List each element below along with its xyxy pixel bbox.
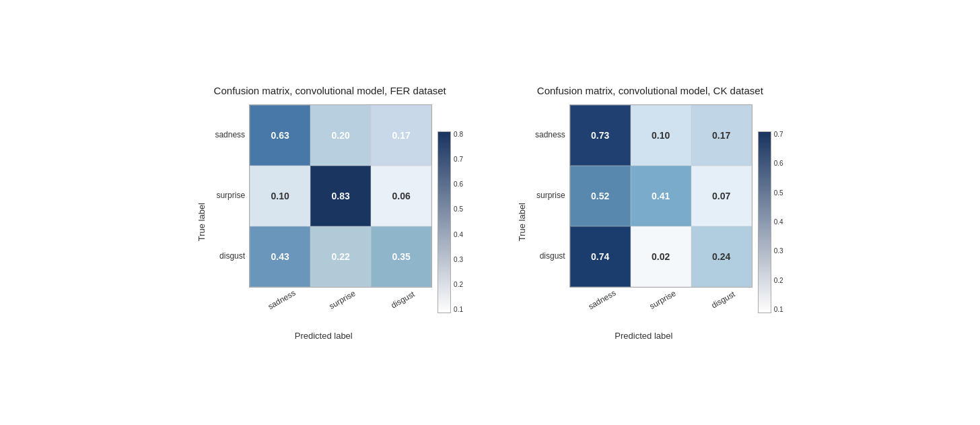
chart1-matrix-section: sadness surprise disgust 0.630.200.170.1… xyxy=(215,104,432,341)
colorbar-tick: 0.6 xyxy=(454,181,463,188)
chart1-row-label-2: disgust xyxy=(215,251,245,261)
chart1-row-labels: sadness surprise disgust xyxy=(215,104,245,286)
chart1-colorbar-container: 0.80.70.60.50.40.30.20.1 xyxy=(438,131,463,313)
chart1-true-label: True label xyxy=(197,203,207,241)
matrix-cell: 0.73 xyxy=(570,105,631,166)
colorbar-tick: 0.6 xyxy=(774,160,783,167)
chart1-wrapper: Confusion matrix, convolutional model, F… xyxy=(197,85,463,341)
chart2-matrix-area: 0.730.100.170.520.410.070.740.020.24 sad… xyxy=(569,104,753,305)
chart2-row-label-1: surprise xyxy=(535,191,565,200)
chart2-colorbar xyxy=(758,131,771,313)
chart2-matrix-section: sadness surprise disgust 0.730.100.170.5… xyxy=(535,104,753,341)
chart2-row-labels: sadness surprise disgust xyxy=(535,104,565,286)
matrix-cell: 0.22 xyxy=(310,226,371,287)
chart2-true-label-wrapper: True label xyxy=(517,203,530,241)
chart2-row-label-0: sadness xyxy=(535,130,565,139)
colorbar-tick: 0.4 xyxy=(454,232,463,238)
charts-container: Confusion matrix, convolutional model, F… xyxy=(183,71,796,354)
matrix-cell: 0.52 xyxy=(570,166,631,226)
colorbar-tick: 0.5 xyxy=(774,190,783,197)
matrix-cell: 0.10 xyxy=(631,105,691,166)
chart1-matrix-grid: 0.630.200.170.100.830.060.430.220.35 xyxy=(249,104,432,288)
chart1-predicted-label: Predicted label xyxy=(215,331,432,341)
chart2-colorbar-ticks: 0.70.60.50.40.30.20.1 xyxy=(774,131,783,313)
matrix-cell: 0.24 xyxy=(691,226,752,287)
matrix-cell: 0.07 xyxy=(691,166,752,226)
matrix-cell: 0.10 xyxy=(250,166,310,226)
chart2-true-label: True label xyxy=(517,203,527,241)
matrix-cell: 0.06 xyxy=(371,166,431,226)
chart2-predicted-label: Predicted label xyxy=(535,331,753,341)
chart1-true-label-wrapper: True label xyxy=(197,203,209,241)
matrix-cell: 0.35 xyxy=(371,226,431,287)
colorbar-tick: 0.1 xyxy=(454,306,463,313)
chart2-matrix-grid: 0.730.100.170.520.410.070.740.020.24 xyxy=(569,104,753,288)
chart2-inner: True label sadness surprise disgust 0.73… xyxy=(517,104,783,341)
colorbar-tick: 0.4 xyxy=(774,219,783,226)
colorbar-tick: 0.7 xyxy=(454,156,463,163)
chart2-row-label-2: disgust xyxy=(535,251,565,261)
matrix-cell: 0.17 xyxy=(691,105,752,166)
colorbar-tick: 0.3 xyxy=(774,248,783,255)
colorbar-tick: 0.1 xyxy=(774,306,783,313)
chart1-inner: True label sadness surprise disgust 0.63… xyxy=(197,104,463,341)
colorbar-tick: 0.7 xyxy=(774,131,783,138)
matrix-cell: 0.41 xyxy=(631,166,691,226)
matrix-cell: 0.63 xyxy=(250,105,310,166)
matrix-cell: 0.20 xyxy=(310,105,371,166)
chart2-wrapper: Confusion matrix, convolutional model, C… xyxy=(517,85,783,341)
chart1-title: Confusion matrix, convolutional model, F… xyxy=(214,85,446,96)
chart2-col-labels: sadness surprise disgust xyxy=(569,290,751,305)
matrix-cell: 0.74 xyxy=(570,226,631,287)
colorbar-tick: 0.8 xyxy=(454,131,463,138)
chart1-row-label-1: surprise xyxy=(215,191,245,200)
chart2-title: Confusion matrix, convolutional model, C… xyxy=(537,85,763,96)
colorbar-tick: 0.2 xyxy=(454,282,463,288)
colorbar-tick: 0.3 xyxy=(454,257,463,263)
matrix-cell: 0.83 xyxy=(310,166,371,226)
colorbar-tick: 0.5 xyxy=(454,206,463,213)
chart1-col-labels: sadness surprise disgust xyxy=(249,290,431,305)
colorbar-tick: 0.2 xyxy=(774,277,783,284)
matrix-cell: 0.02 xyxy=(631,226,691,287)
chart1-matrix-area: 0.630.200.170.100.830.060.430.220.35 sad… xyxy=(249,104,432,305)
matrix-cell: 0.17 xyxy=(371,105,431,166)
chart1-colorbar xyxy=(438,131,451,313)
chart1-row-label-0: sadness xyxy=(215,130,245,139)
chart2-colorbar-container: 0.70.60.50.40.30.20.1 xyxy=(758,131,783,313)
chart1-colorbar-ticks: 0.80.70.60.50.40.30.20.1 xyxy=(454,131,463,313)
matrix-cell: 0.43 xyxy=(250,226,310,287)
